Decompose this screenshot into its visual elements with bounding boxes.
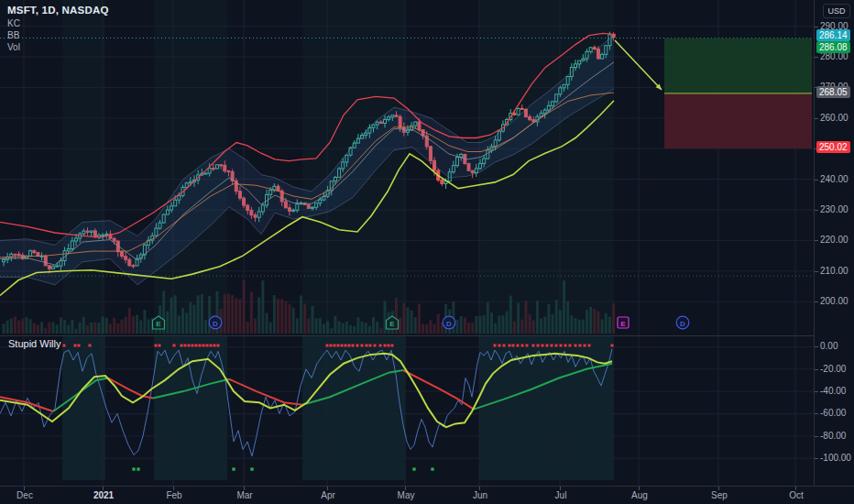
oversold-dot (412, 467, 416, 471)
profit-zone-box[interactable] (664, 38, 812, 93)
overbought-dot (588, 345, 591, 347)
overbought-dot (345, 345, 347, 347)
volume-bar (582, 320, 585, 334)
volume-bar (399, 318, 401, 334)
time-tick-mar: Mar (236, 490, 252, 500)
overbought-dot (374, 345, 377, 347)
time-axis[interactable]: Dec2021FebMarAprMayJunJulAugSepOct (0, 486, 854, 504)
willy-indicator-canvas[interactable] (0, 335, 814, 486)
volume-bar (307, 319, 310, 334)
volume-bar (612, 303, 615, 334)
volume-bar (411, 311, 413, 334)
overbought-dot (384, 345, 387, 347)
indicator-title[interactable]: Stupid Willy (8, 338, 60, 349)
overbought-dot (517, 345, 520, 347)
volume-bar (37, 324, 39, 334)
volume-bar (246, 322, 249, 334)
overbought-dot (611, 345, 614, 347)
volume-bar (513, 322, 516, 334)
volume-bar (520, 320, 523, 334)
price-axis[interactable]: USD 290.00280.00270.00260.00250.00240.00… (814, 0, 854, 486)
price-tick-label: 240.00 (820, 174, 849, 184)
currency-button[interactable]: USD (823, 4, 850, 18)
willy-tick-label: -20.00 (820, 364, 846, 374)
price-tick-label: 260.00 (820, 113, 849, 123)
symbol-title[interactable]: MSFT, 1D, NASDAQ (7, 4, 109, 17)
upcoming-earnings-badge[interactable]: E (618, 317, 629, 328)
overbought-dot (575, 345, 577, 347)
main-chart-canvas[interactable]: EDEDED (0, 0, 814, 335)
overbought-dot (337, 345, 340, 347)
volume-bar (601, 319, 604, 334)
volume-bar (605, 313, 608, 334)
overbought-dot (509, 345, 511, 347)
price-tick-label: 210.00 (820, 266, 849, 276)
volume-bar (261, 280, 264, 334)
time-tick-jul: Jul (555, 490, 567, 500)
volume-bar (372, 317, 375, 334)
overbought-dot (195, 345, 198, 347)
long-position-tool[interactable] (664, 38, 812, 148)
loss-zone-box[interactable] (664, 93, 812, 148)
pane-separator[interactable] (0, 335, 814, 336)
price-tick-label: 230.00 (820, 204, 849, 214)
overbought-dot (214, 345, 216, 347)
overbought-dot (199, 345, 202, 347)
volume-bar (235, 298, 237, 334)
volume-bar (189, 302, 192, 334)
volume-bar (437, 313, 440, 334)
highlight-band (479, 0, 614, 335)
overbought-dot (159, 345, 161, 347)
willy-tick-label: -80.00 (820, 431, 846, 441)
dividend-badge[interactable]: D (676, 316, 689, 329)
indicator-legend-vol[interactable]: Vol (7, 41, 109, 53)
volume-bar (93, 322, 96, 334)
oversold-dot (431, 467, 434, 471)
volume-bar (506, 312, 509, 334)
badge-letter: E (389, 320, 395, 328)
volume-bar (125, 317, 127, 334)
volume-bar (467, 323, 470, 334)
volume-bar (280, 299, 283, 334)
volume-bar (289, 304, 291, 334)
overbought-dot (391, 345, 394, 347)
overbought-dot (498, 345, 501, 347)
volume-bar (608, 317, 611, 334)
volume-bar (292, 307, 295, 334)
overbought-dot (181, 345, 183, 347)
volume-bar (479, 316, 482, 334)
overbought-dot (210, 345, 213, 347)
price-tick-dash (815, 118, 818, 119)
volume-bar (86, 325, 89, 334)
volume-bar (570, 315, 573, 334)
price-tick-label: 280.00 (820, 51, 849, 61)
dividend-badge[interactable]: D (443, 316, 455, 329)
volume-bar (120, 320, 123, 334)
willy-tick-dash (815, 413, 818, 414)
entry-price-label[interactable]: 268.05 (816, 86, 850, 98)
volume-bar (75, 329, 78, 334)
volume-bar (365, 323, 367, 334)
indicator-legend-kc[interactable]: KC (7, 17, 109, 29)
stop-price-label[interactable]: 250.02 (816, 141, 850, 153)
alert-price-label[interactable]: 286.14 (816, 29, 850, 41)
volume-bar (243, 280, 246, 334)
volume-bar (277, 299, 279, 334)
dividend-badge[interactable]: D (209, 316, 222, 329)
last-price-label[interactable]: 286.08 (816, 41, 850, 53)
volume-bar (44, 328, 47, 334)
overbought-dot (526, 345, 529, 347)
volume-bar (345, 322, 348, 334)
candle-body (593, 48, 596, 49)
oversold-dot (137, 467, 140, 471)
overbought-dot (348, 345, 351, 347)
volume-bar (456, 320, 459, 334)
volume-bar (379, 328, 382, 334)
volume-bar (166, 311, 169, 334)
volume-bar (102, 316, 104, 334)
volume-bar (425, 324, 428, 334)
badge-letter: D (680, 320, 685, 328)
volume-bar (555, 300, 558, 334)
indicator-legend-bb[interactable]: BB (7, 29, 109, 41)
volume-bar (174, 295, 177, 334)
